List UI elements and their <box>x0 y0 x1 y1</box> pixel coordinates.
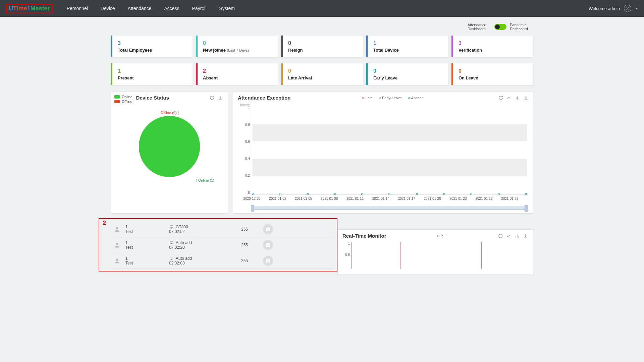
log-row[interactable]: 1TestGT80007:02:52255 <box>111 222 334 237</box>
log-id: 1 <box>125 225 169 229</box>
stat-label: New joinee (Last 7 Days) <box>203 48 272 53</box>
chart-range-slider[interactable] <box>252 206 527 210</box>
stat-card[interactable]: 0Late Arrival <box>281 63 363 85</box>
nav-payroll[interactable]: Payroll <box>186 0 213 16</box>
camera-disabled-icon <box>263 256 273 266</box>
log-row[interactable]: 1TestAuto add02:32:03255 <box>111 253 334 269</box>
log-code: 255 <box>226 227 263 232</box>
log-device: GT800 <box>169 225 226 229</box>
welcome-text: Welcome admin <box>589 6 620 11</box>
log-id: 1 <box>125 240 169 245</box>
stats-row-top: 3Total Employees0New joinee (Last 7 Days… <box>111 36 533 57</box>
log-id: 1 <box>125 256 169 261</box>
refresh-icon[interactable] <box>498 233 503 238</box>
panel-device-status: Online Offline Device Status Offline (0)… <box>111 91 228 214</box>
log-code: 255 <box>226 258 263 263</box>
panel-title: Attendance Exception <box>238 95 291 101</box>
stat-card[interactable]: 1Total Device <box>366 36 448 57</box>
legend-label: P <box>441 234 443 238</box>
stat-label: Total Device <box>373 48 443 53</box>
annotation-box-2: 2 1TestGT80007:02:522551TestAuto add07:0… <box>99 218 337 272</box>
logo-part: U <box>9 5 13 12</box>
nav-personnel[interactable]: Personnel <box>61 0 94 16</box>
bar-chart-icon[interactable] <box>515 95 520 100</box>
stat-number: 0 <box>203 40 272 46</box>
pie-offline-label: Offline (0) <box>160 111 176 115</box>
legend-label: Late <box>366 96 373 100</box>
stat-number: 1 <box>373 40 443 46</box>
y-axis: 10.80.60.40.20 <box>240 106 250 194</box>
camera-disabled-icon <box>263 224 273 234</box>
log-row[interactable]: 1TestAuto add07:02:20255 <box>111 237 334 253</box>
nav-device[interactable]: Device <box>95 0 121 16</box>
download-icon[interactable] <box>523 233 528 238</box>
panel-title: Device Status <box>136 95 169 101</box>
log-name: Test <box>125 245 169 250</box>
stat-label: Resign <box>288 48 358 53</box>
svg-point-0 <box>627 7 629 8</box>
log-code: 255 <box>226 243 263 247</box>
toggle-label-left: Attendance Dashboard <box>468 23 491 31</box>
stat-card[interactable]: 0On Leave <box>451 63 533 85</box>
nav-attendance[interactable]: Attendance <box>122 0 158 16</box>
stat-label: Late Arrival <box>288 75 358 80</box>
svg-point-6 <box>116 243 118 245</box>
nav-access[interactable]: Access <box>158 0 185 16</box>
legend-label: Early-Leave <box>382 96 402 100</box>
stat-number: 0 <box>288 68 358 74</box>
line-chart-icon[interactable] <box>506 233 512 238</box>
dashboard-toggle: Attendance Dashboard Pandemic Dashboard <box>111 20 533 36</box>
log-time: 07:02:52 <box>169 229 226 234</box>
stat-label: Present <box>118 75 187 80</box>
user-avatar-icon[interactable] <box>624 5 631 12</box>
pie-online-label: Online (1) <box>198 178 214 182</box>
stats-row-bottom: 1Present2Absent0Late Arrival0Early Leave… <box>111 63 533 85</box>
stat-label: Total Employees <box>118 48 187 53</box>
chart-plot <box>252 106 527 194</box>
stat-card[interactable]: 0Early Leave <box>366 63 448 85</box>
stat-card[interactable]: 0Resign <box>281 36 363 57</box>
stat-label: Verification <box>459 48 528 53</box>
stat-card[interactable]: 1Present <box>111 63 193 85</box>
svg-point-1 <box>139 116 200 177</box>
stat-number: 1 <box>118 68 187 74</box>
stat-number: 3 <box>459 40 528 46</box>
stat-card[interactable]: 2Absent <box>196 63 278 85</box>
rtm-y-tick: 0.8 <box>344 253 350 257</box>
download-icon[interactable] <box>218 95 223 100</box>
line-chart-icon[interactable] <box>506 95 512 100</box>
stat-number: 0 <box>373 68 443 74</box>
stat-label: Absent <box>203 75 272 80</box>
dashboard-toggle-switch[interactable] <box>494 24 506 30</box>
svg-rect-11 <box>170 257 173 259</box>
stat-number: 3 <box>118 40 187 46</box>
download-icon[interactable] <box>523 95 528 100</box>
panel-realtime-monitor: Real-Time Monitor P 1 0.8 <box>337 229 533 275</box>
topbar: UTime1Master Personnel Device Attendance… <box>0 0 644 17</box>
avatar-icon <box>113 226 121 233</box>
user-menu-caret-icon[interactable] <box>635 8 638 9</box>
legend-label: Absent <box>411 96 423 100</box>
log-name: Test <box>125 229 169 234</box>
x-axis: 2020-12-302021-01-022021-01-052021-01-08… <box>252 197 527 200</box>
chart-legend: Late Early-Leave Absent <box>362 96 427 100</box>
stat-card[interactable]: 3Total Employees <box>111 36 193 57</box>
bar-chart-icon[interactable] <box>515 233 520 238</box>
stat-card[interactable]: 0New joinee (Last 7 Days) <box>196 36 278 57</box>
camera-disabled-icon <box>263 240 273 250</box>
stat-card[interactable]: 3Verification <box>451 36 533 57</box>
nav-system[interactable]: System <box>213 0 241 16</box>
svg-rect-7 <box>170 241 173 243</box>
stat-number: 0 <box>288 40 358 46</box>
stat-number: 2 <box>203 68 272 74</box>
log-device: Auto add <box>169 240 226 245</box>
log-device: Auto add <box>169 256 226 261</box>
refresh-icon[interactable] <box>210 95 215 100</box>
main-nav: Personnel Device Attendance Access Payro… <box>61 0 241 16</box>
rtm-y-tick: 1 <box>344 242 350 245</box>
refresh-icon[interactable] <box>498 95 503 100</box>
log-name: Test <box>125 261 169 265</box>
annotation-number: 2 <box>103 220 106 227</box>
log-time: 07:02:20 <box>169 245 226 250</box>
legend-label: Online <box>122 95 132 99</box>
